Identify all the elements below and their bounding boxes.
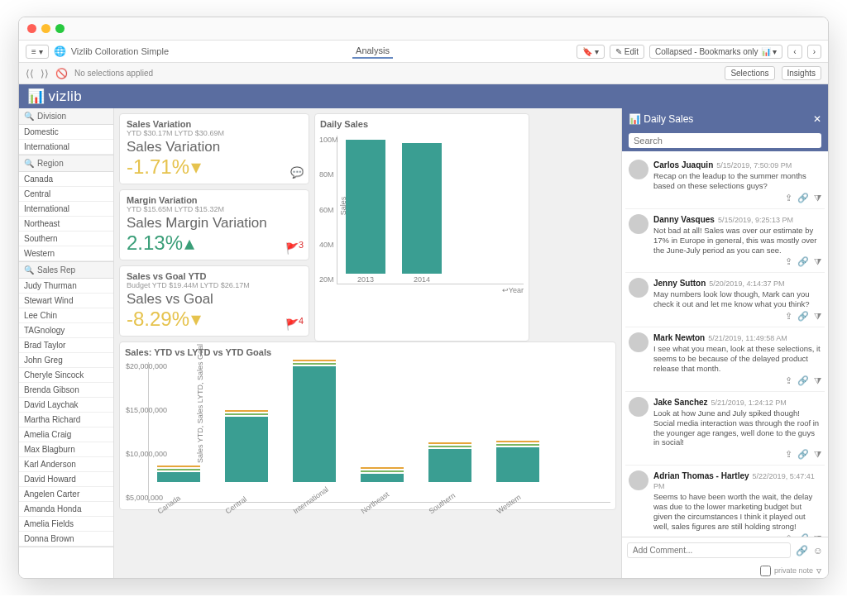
comment-time: 5/21/2019, 11:49:58 AM — [708, 334, 787, 342]
menu-button[interactable]: ≡ ▾ — [26, 45, 49, 59]
private-checkbox[interactable] — [760, 566, 771, 576]
emoji-icon[interactable]: ☺ — [813, 545, 823, 556]
sidebar-item-region[interactable]: Central — [19, 187, 113, 202]
filter-icon[interactable]: ⧩ — [814, 449, 821, 460]
sidebar-item-rep[interactable]: David Laychak — [19, 398, 113, 413]
comments-list: Carlos Juaquin5/15/2019, 7:50:09 PMRecap… — [622, 151, 828, 537]
nav-back[interactable]: ‹ — [787, 45, 802, 59]
sidebar-item-rep[interactable]: Brad Taylor — [19, 338, 113, 353]
comments-head: 📊 Daily Sales ✕ — [622, 108, 828, 130]
brand-text: vizlib — [49, 88, 83, 105]
sidebar-item-division[interactable]: International — [19, 140, 113, 155]
chart1-ylabel: Sales — [339, 196, 347, 215]
link-icon[interactable]: 🔗 — [797, 449, 809, 460]
close-dot[interactable] — [27, 24, 36, 33]
daily-sales-chart: Daily Sales 100M80M60M40M20M Sales 20132… — [314, 113, 529, 341]
sidebar-item-region[interactable]: International — [19, 202, 113, 217]
sidebar-item-rep[interactable]: Amelia Fields — [19, 517, 113, 532]
minimize-dot[interactable] — [41, 24, 50, 33]
sel-back-icon[interactable]: ⟨⟨ — [26, 68, 34, 79]
insights-button[interactable]: Insights — [782, 66, 821, 80]
comment-author: Jenny Sutton — [653, 279, 706, 288]
chart-bar[interactable]: 2013 — [346, 140, 385, 284]
sidebar-item-rep[interactable]: Judy Thurman — [19, 279, 113, 294]
share-icon[interactable]: ⇪ — [785, 375, 792, 386]
sidebar-item-rep[interactable]: Stewart Wind — [19, 294, 113, 308]
sidebar-item-rep[interactable]: David Howard — [19, 472, 113, 487]
link-icon[interactable]: 🔗 — [797, 375, 809, 386]
chart-title: Daily Sales — [320, 119, 524, 129]
comment-icon[interactable]: 💬 — [290, 166, 304, 179]
filter-icon[interactable]: ⧩ — [814, 311, 821, 322]
sidebar-item-rep[interactable]: Donna Brown — [19, 532, 113, 547]
flag-badge-icon[interactable]: 🚩4 — [285, 316, 304, 331]
share-icon[interactable]: ⇪ — [785, 449, 792, 460]
sidebar-item-rep[interactable]: Amanda Honda — [19, 502, 113, 517]
panel-sub: YTD $15.65M LYTD $15.32M — [127, 205, 302, 213]
sidebar-item-region[interactable]: Canada — [19, 172, 113, 187]
maximize-dot[interactable] — [55, 24, 65, 33]
link-icon[interactable]: 🔗 — [797, 193, 809, 203]
sidebar-item-division[interactable]: Domestic — [19, 125, 113, 140]
chart-bar[interactable]: Central — [225, 410, 268, 502]
add-comment-input[interactable] — [627, 542, 791, 558]
sel-fwd-icon[interactable]: ⟩⟩ — [41, 68, 49, 79]
comment-text: Not bad at all! Sales was over our estim… — [653, 226, 821, 255]
private-label: private note — [774, 566, 813, 575]
region-head[interactable]: 🔍 Region — [19, 155, 113, 172]
link-icon[interactable]: 🔗 — [797, 256, 809, 267]
comment-text: Look at how June and July spiked though!… — [653, 408, 821, 448]
sidebar-item-region[interactable]: Southern — [19, 232, 113, 246]
sidebar-item-rep[interactable]: John Greg — [19, 353, 113, 368]
edit-button[interactable]: ✎ Edit — [610, 45, 644, 59]
insights-label: Insights — [787, 69, 816, 78]
sidebar-item-region[interactable]: Western — [19, 246, 113, 261]
filter-icon[interactable]: ⧩ — [814, 375, 821, 386]
selections-bar: ⟨⟨ ⟩⟩ 🚫 No selections applied Selections… — [19, 63, 828, 84]
app-title: Vizlib Colloration Simple — [71, 46, 169, 56]
selections-button[interactable]: Selections — [725, 66, 774, 80]
tab-analysis[interactable]: Analysis — [352, 44, 393, 59]
sidebar-item-region[interactable]: Northeast — [19, 217, 113, 232]
chart-bar[interactable]: Southern — [428, 442, 471, 502]
chart-bar[interactable]: International — [293, 360, 336, 502]
chart-bar[interactable]: Northeast — [361, 467, 404, 502]
comments-title: Daily Sales — [644, 113, 693, 125]
filter-icon[interactable]: ▿ — [816, 565, 821, 576]
close-icon[interactable]: ✕ — [813, 113, 821, 125]
chart2-bars: $20,000,000$15,000,000$10,000,000$5,000,… — [148, 362, 610, 503]
share-icon[interactable]: ⇪ — [785, 193, 792, 203]
sel-clear-icon[interactable]: 🚫 — [55, 68, 68, 79]
sidebar-item-rep[interactable]: Angelen Carter — [19, 487, 113, 502]
sidebar-item-rep[interactable]: TAGnology — [19, 323, 113, 338]
nav-fwd[interactable]: › — [807, 45, 821, 59]
private-note-row: private note ▿ — [622, 563, 828, 578]
sidebar-item-rep[interactable]: Cheryle Sincock — [19, 368, 113, 383]
sidebar-item-rep[interactable]: Lee Chin — [19, 308, 113, 323]
chart-bar[interactable]: 2014 — [402, 143, 442, 284]
sidebar-item-rep[interactable]: Martha Richard — [19, 413, 113, 427]
bookmark-button[interactable]: 🔖 ▾ — [577, 45, 605, 59]
sidebar-item-rep[interactable]: Brenda Gibson — [19, 383, 113, 398]
sidebar-item-rep[interactable]: Karl Anderson — [19, 457, 113, 472]
division-head[interactable]: 🔍 Division — [19, 108, 113, 125]
vizlib-logo: 📊 vizlib — [27, 88, 82, 105]
bookmarks-collapsed[interactable]: Collapsed - Bookmarks only 📊 ▾ — [649, 45, 782, 59]
sidebar-item-rep[interactable]: Amelia Craig — [19, 427, 113, 442]
search-input[interactable] — [629, 133, 821, 148]
chart1-yaxis: 100M80M60M40M20M — [319, 136, 338, 284]
top-toolbar: ≡ ▾ 🌐 Vizlib Colloration Simple Analysis… — [19, 41, 828, 63]
main: Sales Variation YTD $30.17M LYTD $30.69M… — [114, 108, 621, 578]
share-icon[interactable]: ⇪ — [785, 256, 792, 267]
chart-bar[interactable]: Western — [496, 441, 539, 502]
comment-item: Mark Newton5/21/2019, 11:49:58 AMI see w… — [625, 327, 825, 392]
share-icon[interactable]: 🔗 — [796, 545, 808, 556]
share-icon[interactable]: ⇪ — [785, 311, 792, 322]
sidebar-item-rep[interactable]: Max Blagburn — [19, 442, 113, 457]
filter-icon[interactable]: ⧩ — [814, 256, 821, 267]
flag-badge-icon[interactable]: 🚩3 — [285, 240, 304, 255]
filter-icon[interactable]: ⧩ — [814, 193, 821, 203]
link-icon[interactable]: 🔗 — [797, 311, 809, 322]
rep-head[interactable]: 🔍 Sales Rep — [19, 262, 113, 279]
chart1-xtitle: Year — [509, 286, 524, 294]
